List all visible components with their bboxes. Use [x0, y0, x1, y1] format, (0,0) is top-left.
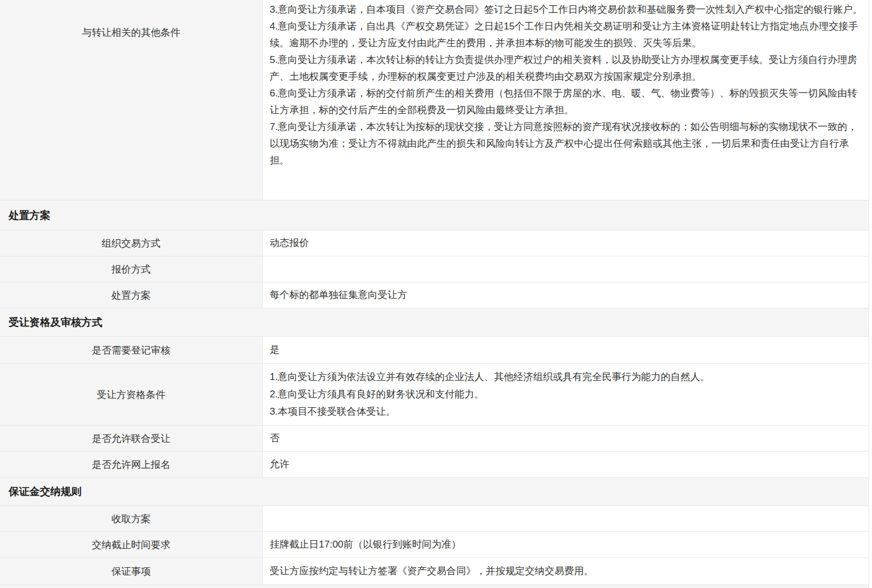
- condition-paragraph-3: 3.意向受让方须承诺，自本项目《资产交易合同》签订之日起5个工作日内将交易价款和…: [270, 1, 864, 18]
- table-row-trade-mode: 组织交易方式 动态报价: [0, 230, 869, 256]
- table-row-collection-plan: 收取方案: [0, 506, 869, 532]
- row-label-collection-plan: 收取方案: [0, 506, 263, 531]
- qualification-item-2: 2.意向受让方须具有良好的财务状况和支付能力。: [270, 386, 484, 403]
- row-value-disposal-plan: 每个标的都单独征集意向受让方: [263, 282, 869, 308]
- qualification-item-3: 3.本项目不接受联合体受让。: [270, 403, 396, 420]
- table-row-need-registration-review: 是否需要登记审核 是: [0, 337, 869, 364]
- condition-paragraph-7: 7.意向受让方须承诺，本次转让为按标的现状交接，受让方同意按照标的资产现有状况接…: [270, 118, 864, 169]
- table-row-allow-online-signup: 是否允许网上报名 允许: [0, 452, 869, 478]
- row-value-trade-mode: 动态报价: [263, 230, 869, 256]
- section-header-disposal: 处置方案: [0, 200, 869, 230]
- row-value-quote-mode: [263, 256, 869, 282]
- row-label-allow-joint-transfer: 是否允许联合受让: [0, 426, 263, 451]
- row-label-transferee-qualification: 受让方资格条件: [0, 364, 263, 425]
- row-value-payment-deadline: 挂牌截止日17:00前（以银行到账时间为准）: [263, 532, 869, 557]
- row-value-transferee-qualification: 1.意向受让方须为依法设立并有效存续的企业法人、其他经济组织或具有完全民事行为能…: [263, 364, 869, 425]
- table-row-quote-mode: 报价方式: [0, 256, 869, 282]
- row-value-need-registration-review: 是: [263, 337, 869, 363]
- row-label-payment-deadline: 交纳截止时间要求: [0, 532, 263, 557]
- row-label-quote-mode: 报价方式: [0, 256, 263, 282]
- listing-detail-table: 与转让相关的其他条件 3.意向受让方须承诺，自本项目《资产交易合同》签订之日起5…: [0, 0, 869, 588]
- row-label-disposal-plan: 处置方案: [0, 282, 263, 308]
- section-header-qualification: 受让资格及审核方式: [0, 308, 869, 337]
- row-label-allow-online-signup: 是否允许网上报名: [0, 452, 263, 477]
- table-row-partial-bottom: [0, 585, 869, 588]
- row-label-other-conditions: 与转让相关的其他条件: [0, 0, 263, 200]
- row-label-guarantee-matters: 保证事项: [0, 558, 263, 585]
- table-row-other-conditions: 与转让相关的其他条件 3.意向受让方须承诺，自本项目《资产交易合同》签订之日起5…: [0, 0, 869, 200]
- section-header-deposit: 保证金交纳规则: [0, 478, 869, 506]
- row-value-collection-plan: [263, 506, 869, 531]
- row-value-allow-online-signup: 允许: [263, 452, 869, 477]
- qualification-item-1: 1.意向受让方须为依法设立并有效存续的企业法人、其他经济组织或具有完全民事行为能…: [270, 369, 710, 386]
- table-row-payment-deadline: 交纳截止时间要求 挂牌截止日17:00前（以银行到账时间为准）: [0, 532, 869, 558]
- condition-paragraph-5: 5.意向受让方须承诺，本次转让标的转让方负责提供办理产权过户的相关资料，以及协助…: [270, 51, 864, 85]
- table-row-guarantee-matters: 保证事项 受让方应按约定与转让方签署《资产交易合同》，并按规定交纳交易费用。: [0, 558, 869, 585]
- table-row-allow-joint-transfer: 是否允许联合受让 否: [0, 426, 869, 452]
- row-label-trade-mode: 组织交易方式: [0, 230, 263, 256]
- row-value-other-conditions: 3.意向受让方须承诺，自本项目《资产交易合同》签订之日起5个工作日内将交易价款和…: [263, 0, 869, 200]
- condition-paragraph-6: 6.意向受让方须承诺，标的交付前所产生的相关费用（包括但不限于房屋的水、电、暖、…: [270, 85, 864, 118]
- table-row-transferee-qualification: 受让方资格条件 1.意向受让方须为依法设立并有效存续的企业法人、其他经济组织或具…: [0, 364, 869, 426]
- row-value-allow-joint-transfer: 否: [263, 426, 869, 451]
- table-row-disposal-plan: 处置方案 每个标的都单独征集意向受让方: [0, 282, 869, 308]
- row-value-guarantee-matters: 受让方应按约定与转让方签署《资产交易合同》，并按规定交纳交易费用。: [263, 558, 869, 585]
- row-label-need-registration-review: 是否需要登记审核: [0, 337, 263, 363]
- row-label-text: 与转让相关的其他条件: [82, 26, 180, 39]
- condition-paragraph-4: 4.意向受让方须承诺，自出具《产权交易凭证》之日起15个工作日内凭相关交易证明和…: [270, 18, 864, 51]
